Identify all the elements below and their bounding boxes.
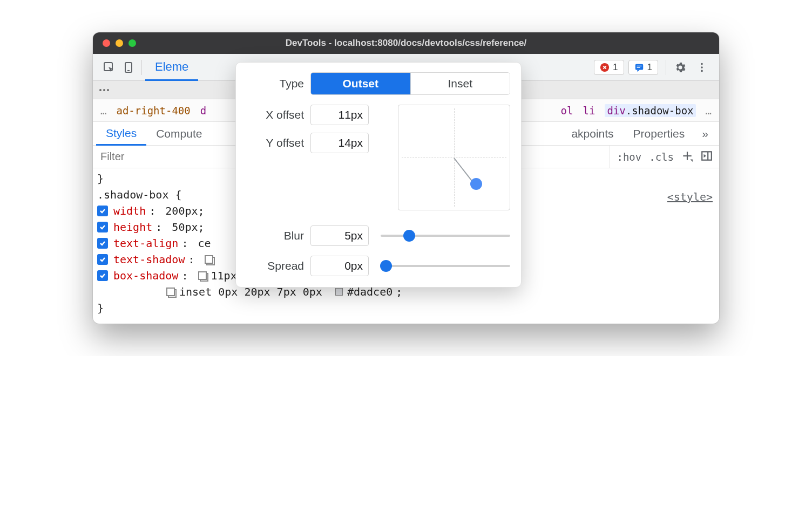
cls-button[interactable]: .cls: [649, 151, 674, 163]
toolbar-divider: [141, 60, 142, 75]
crumb-item[interactable]: ol: [561, 105, 573, 117]
crumb-item[interactable]: ad-right-400: [116, 105, 190, 117]
crumb-ellipsis: …: [100, 105, 106, 117]
window-title: DevTools - localhost:8080/docs/devtools/…: [93, 38, 719, 49]
messages-count: 1: [647, 62, 652, 73]
y-offset-label: Y offset: [247, 136, 310, 149]
x-offset-label: X offset: [247, 108, 310, 121]
source-link[interactable]: <style>: [667, 189, 713, 205]
messages-badge[interactable]: 1: [628, 60, 658, 75]
traffic-lights: [103, 39, 136, 47]
svg-rect-12: [702, 152, 712, 160]
property-checkbox[interactable]: [97, 270, 108, 281]
type-outset-button[interactable]: Outset: [311, 73, 411, 94]
svg-point-9: [701, 70, 703, 72]
property-checkbox[interactable]: [97, 238, 108, 249]
zoom-icon[interactable]: [128, 39, 136, 47]
panel-toggle-icon[interactable]: [701, 150, 713, 164]
offset-picker[interactable]: [398, 105, 510, 210]
crumb-overflow[interactable]: …: [706, 105, 712, 117]
offset-handle[interactable]: [470, 178, 482, 190]
settings-icon[interactable]: [669, 57, 691, 78]
error-icon: [600, 63, 610, 72]
more-icon[interactable]: [691, 57, 713, 78]
property-checkbox[interactable]: [97, 206, 108, 216]
blur-slider[interactable]: [381, 235, 510, 237]
svg-point-8: [701, 66, 703, 69]
inspect-icon[interactable]: [99, 58, 119, 77]
devtools-window: DevTools - localhost:8080/docs/devtools/…: [93, 32, 719, 324]
tab-properties[interactable]: Properties: [624, 122, 695, 145]
new-rule-button[interactable]: [681, 150, 693, 164]
hov-button[interactable]: :hov: [617, 151, 641, 163]
y-offset-input[interactable]: [310, 133, 369, 153]
styles-actions: :hov .cls: [610, 146, 719, 168]
titlebar: DevTools - localhost:8080/docs/devtools/…: [93, 32, 719, 54]
shadow-editor-icon[interactable]: [205, 255, 213, 264]
property-checkbox[interactable]: [97, 222, 108, 232]
shadow-editor-icon[interactable]: [198, 271, 207, 280]
blur-input[interactable]: [310, 225, 369, 246]
type-segmented-control: Outset Inset: [310, 72, 510, 95]
message-icon: [634, 63, 644, 72]
color-swatch[interactable]: [335, 288, 343, 296]
tab-dom-breakpoints[interactable]: akpoints: [561, 122, 623, 145]
tab-elements[interactable]: Eleme: [145, 54, 198, 81]
x-offset-input[interactable]: [310, 105, 369, 125]
spread-slider[interactable]: [381, 265, 510, 267]
crumb-selected[interactable]: div.shadow-box: [605, 104, 695, 117]
type-inset-button[interactable]: Inset: [411, 73, 510, 94]
box-shadow-editor: Type Outset Inset X offset Y offset: [235, 62, 522, 288]
property-checkbox[interactable]: [97, 254, 108, 265]
minimize-icon[interactable]: [116, 39, 123, 47]
svg-point-7: [701, 63, 703, 65]
close-icon[interactable]: [103, 39, 110, 47]
errors-badge[interactable]: 1: [594, 60, 624, 75]
svg-rect-4: [635, 64, 642, 70]
shadow-editor-icon[interactable]: [166, 288, 175, 296]
crumb-item[interactable]: li: [583, 105, 595, 117]
toolbar-divider-2: [666, 60, 666, 75]
tab-computed[interactable]: Compute: [146, 122, 212, 145]
ellipsis-icon[interactable]: [99, 89, 109, 91]
spread-label: Spread: [247, 259, 310, 272]
tab-styles[interactable]: Styles: [96, 122, 146, 146]
crumb-item[interactable]: d: [200, 105, 206, 117]
rule-brace-close: }: [97, 300, 715, 316]
device-toggle-icon[interactable]: [119, 58, 138, 77]
blur-label: Blur: [247, 229, 310, 242]
more-tabs-icon[interactable]: »: [694, 127, 716, 140]
errors-count: 1: [613, 62, 618, 73]
spread-input[interactable]: [310, 256, 369, 276]
type-label: Type: [247, 77, 310, 90]
